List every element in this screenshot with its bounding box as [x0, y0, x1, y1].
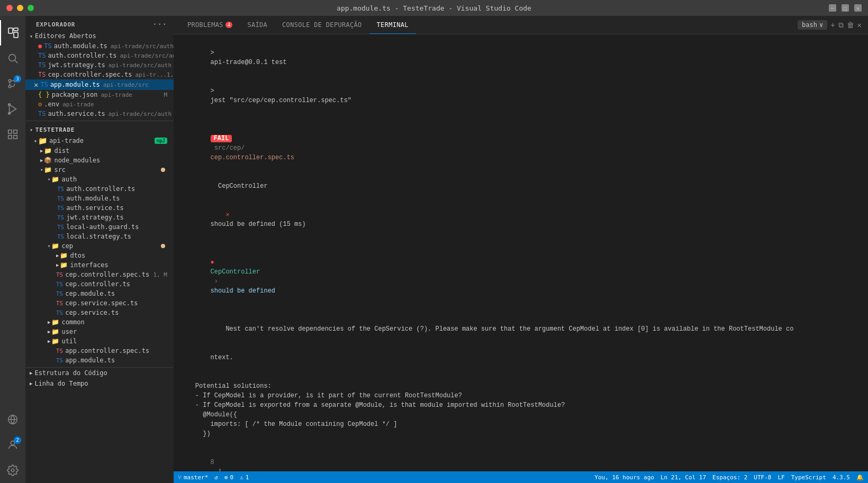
chevron-right-icon: ▶: [56, 253, 59, 258]
file-jwt-strategy-tree[interactable]: TS jwt.strategy.ts: [25, 213, 174, 222]
file-cep-module-tree[interactable]: TS cep.module.ts: [25, 289, 174, 298]
accounts-activity-icon[interactable]: 2: [0, 432, 25, 458]
linha-do-tempo-label: Linha do Tempo: [34, 380, 88, 387]
tab-problemas[interactable]: PROBLEMAS 4: [180, 16, 240, 34]
svg-rect-12: [14, 130, 17, 133]
spec-icon: TS: [56, 348, 63, 354]
remote-activity-icon[interactable]: [0, 407, 25, 432]
chevron-down-icon: ▾: [30, 33, 33, 39]
sync-icon[interactable]: ↺: [214, 474, 218, 481]
settings-activity-icon[interactable]: [0, 458, 25, 483]
folder-icon: 📁: [60, 261, 68, 269]
prompt-symbol: >: [211, 49, 218, 57]
folder-dtos[interactable]: ▶ 📁 dtos: [25, 251, 174, 260]
tab-terminal[interactable]: TERMINAL: [369, 16, 416, 34]
maximize-button[interactable]: [28, 5, 34, 11]
explorer-activity-icon[interactable]: [0, 20, 25, 45]
file-local-strategy[interactable]: TS local.strategy.ts: [25, 232, 174, 241]
ts-icon: TS: [38, 61, 46, 69]
file-cep-spec[interactable]: TS cep.controller.spec.ts api-tr... 1, M: [25, 70, 174, 79]
terminal-line: ✕ should be defined (15 ms): [180, 201, 862, 239]
terminal-line: - If CepModel is exported from a separat…: [180, 400, 862, 410]
file-app-module-active[interactable]: ✕ TS app.module.ts api-trade/src: [25, 79, 174, 90]
folder-util[interactable]: ▶ 📁 util: [25, 336, 174, 346]
folder-icon: 📁: [51, 328, 59, 335]
status-bar: ⑂ master* ↺ ⊗ 0 ⚠ 1 You, 16 hours ago Ln…: [174, 471, 868, 483]
estrutura-section[interactable]: ▶ Estrutura do Código: [25, 368, 174, 378]
file-cep-spec-tree[interactable]: TS cep.controller.spec.ts 1, M: [25, 270, 174, 279]
svg-point-7: [8, 85, 11, 88]
bash-selector[interactable]: bash ∨: [798, 20, 827, 30]
file-cep-service-spec-tree[interactable]: TS cep.service.spec.ts: [25, 298, 174, 308]
ts-icon: TS: [57, 186, 64, 193]
env-icon: ⚙: [38, 101, 42, 108]
warning-count[interactable]: ⚠ 1: [240, 474, 249, 481]
search-activity-icon[interactable]: [0, 45, 25, 71]
editores-abertos-section[interactable]: ▾ Editores Abertos: [25, 31, 174, 41]
svg-rect-2: [14, 32, 18, 38]
source-control-activity-icon[interactable]: 3: [0, 71, 25, 96]
svg-rect-14: [8, 135, 12, 139]
linha-do-tempo-section[interactable]: ▶ Linha do Tempo: [25, 378, 174, 389]
language-mode[interactable]: TypeScript: [791, 474, 826, 481]
win-restore[interactable]: □: [842, 4, 849, 12]
run-debug-activity-icon[interactable]: [0, 96, 25, 122]
ts-version[interactable]: 4.3.5: [833, 474, 850, 481]
plus-icon[interactable]: +: [830, 21, 835, 29]
file-auth-controller-tree[interactable]: TS auth.controller.ts: [25, 184, 174, 194]
win-close[interactable]: ✕: [854, 4, 862, 12]
folder-interfaces[interactable]: ▶ 📁 interfaces: [25, 260, 174, 270]
file-auth-module-tree[interactable]: TS auth.module.ts: [25, 194, 174, 203]
minimize-button[interactable]: [17, 5, 23, 11]
file-cep-controller-tree[interactable]: TS cep.controller.ts: [25, 279, 174, 289]
modified-dot: [161, 244, 165, 248]
fail-line: FAIL src/cep/ cep.controller.spec.ts: [180, 124, 862, 172]
error-count[interactable]: ⊗ 0: [224, 474, 233, 481]
source-control-badge: 3: [14, 75, 21, 83]
file-auth-controller[interactable]: TS auth.controller.ts api-trade/src/auth: [25, 51, 174, 60]
trash-icon[interactable]: 🗑: [847, 21, 854, 29]
cursor-position[interactable]: Ln 21, Col 17: [661, 474, 706, 481]
sidebar-more-icon[interactable]: ···: [152, 20, 167, 29]
folder-node-modules[interactable]: ▶ 📦 node_modules: [25, 156, 174, 165]
git-branch[interactable]: ⑂ master*: [178, 474, 208, 481]
testetrade-section[interactable]: ▾ TESTETRADE: [25, 123, 174, 135]
file-jwt-strategy[interactable]: TS jwt.strategy.ts api-trade/src/auth: [25, 60, 174, 70]
extensions-activity-icon[interactable]: [0, 122, 25, 147]
tab-console-depuracao[interactable]: CONSOLE DE DEPURAÇÃO: [275, 16, 369, 34]
folder-user[interactable]: ▶ 📁 user: [25, 327, 174, 336]
tab-saida[interactable]: SAÍDA: [240, 16, 275, 34]
folder-dist[interactable]: ▶ 📁 dist: [25, 146, 174, 156]
panel-close-icon[interactable]: ✕: [857, 21, 862, 29]
close-icon[interactable]: ✕: [34, 80, 38, 89]
window-title: app.module.ts - TesteTrade - Visual Stud…: [337, 4, 531, 12]
svg-point-3: [9, 54, 16, 61]
terminal-line: > jest "src/cep/cep.controller.spec.ts": [180, 77, 862, 115]
file-app-controller-spec[interactable]: TS app.controller.spec.ts: [25, 346, 174, 356]
close-button[interactable]: [6, 5, 13, 11]
terminal-content[interactable]: > api-trade@0.0.1 test > jest "src/cep/c…: [174, 34, 868, 471]
file-env[interactable]: ⚙ .env api-trade: [25, 99, 174, 109]
line-ending[interactable]: LF: [777, 474, 784, 481]
win-minimize[interactable]: ─: [829, 4, 836, 12]
file-auth-module[interactable]: ● TS auth.module.ts api-trade/src/auth: [25, 41, 174, 51]
file-local-auth-guard[interactable]: TS local-auth.guard.ts: [25, 222, 174, 232]
notifications-icon[interactable]: 🔔: [856, 474, 864, 481]
ts-icon: TS: [56, 290, 63, 297]
folder-auth[interactable]: ▾ 📁 auth: [25, 175, 174, 184]
file-cep-service-tree[interactable]: TS cep.service.ts: [25, 308, 174, 317]
file-auth-service[interactable]: TS auth.service.ts api-trade/src/auth: [25, 109, 174, 119]
ts-icon: TS: [38, 110, 46, 117]
folder-src[interactable]: ▾ 📁 src: [25, 165, 174, 175]
encoding[interactable]: UTF-8: [754, 474, 771, 481]
terminal-line: Nest can't resolve dependencies of the C…: [180, 315, 862, 343]
folder-cep[interactable]: ▾ 📁 cep: [25, 241, 174, 251]
file-package-json[interactable]: { } package.json api-trade M: [25, 90, 174, 99]
file-app-module-tree[interactable]: TS app.module.ts: [25, 356, 174, 365]
folder-api-trade[interactable]: ▾ 📁 api-trade npJ: [25, 135, 174, 146]
indentation[interactable]: Espaços: 2: [712, 474, 747, 481]
sync-arrows: ↺: [214, 474, 218, 481]
folder-common[interactable]: ▶ 📁 common: [25, 317, 174, 327]
split-terminal-icon[interactable]: ⧉: [838, 21, 844, 30]
file-auth-service-tree[interactable]: TS auth.service.ts: [25, 203, 174, 213]
